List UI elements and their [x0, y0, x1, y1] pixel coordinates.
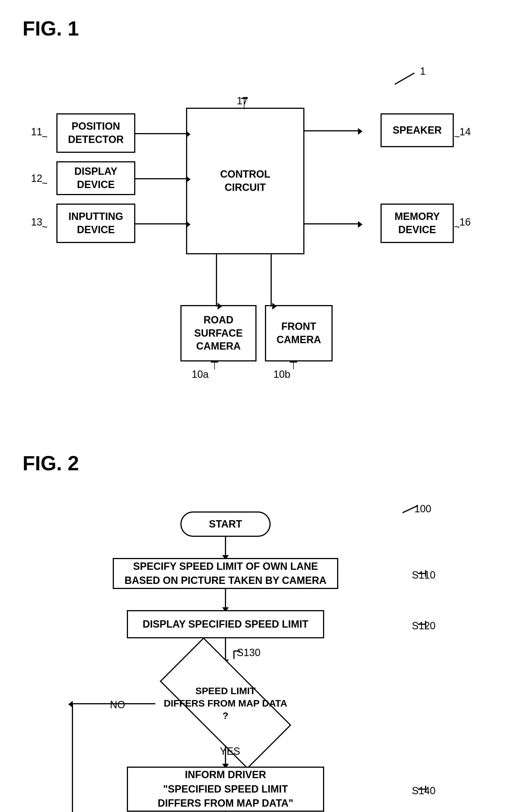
display-device-box: DISPLAYDEVICE — [56, 161, 135, 195]
s110-label: SPECIFY SPEED LIMIT OF OWN LANEBASED ON … — [125, 559, 327, 588]
line-dd-cc — [135, 178, 187, 179]
no-label: NO — [110, 699, 125, 711]
front-camera-id: 10b — [274, 369, 290, 380]
fig1-title: FIG. 1 — [22, 17, 502, 40]
speaker-box: SPEAKER — [380, 113, 454, 147]
display-device-id: 12 — [31, 173, 42, 184]
arrow-s110-s120 — [225, 589, 226, 609]
control-circuit-box: CONTROLCIRCUIT — [186, 108, 305, 254]
display-device-label: DISPLAYDEVICE — [75, 165, 117, 192]
fig1-section: FIG. 1 1 CONTROLCIRCUIT 17 POSITIONDETEC… — [22, 17, 502, 423]
line-no-down — [72, 703, 73, 812]
control-circuit-id: 17 — [237, 95, 248, 107]
fig1-diagram: 1 CONTROLCIRCUIT 17 POSITIONDETECTOR 11 … — [22, 51, 488, 423]
line-cc-md — [304, 223, 359, 224]
tilde-16: ~ — [454, 221, 460, 233]
road-camera-id: 10a — [192, 369, 209, 380]
memory-device-id: 16 — [459, 216, 471, 228]
inputting-device-label: INPUTTINGDEVICE — [68, 210, 123, 237]
s140-id: S140 — [412, 785, 436, 797]
line-cc-rsc — [216, 254, 217, 307]
memory-device-label: MEMORYDEVICE — [395, 210, 440, 237]
inputting-device-box: INPUTTINGDEVICE — [56, 204, 135, 243]
road-surface-camera-label: ROADSURFACECAMERA — [194, 313, 243, 353]
speaker-label: SPEAKER — [393, 124, 442, 137]
line-cc-fc — [271, 254, 272, 307]
position-detector-id: 11 — [31, 126, 42, 138]
arrow-fc — [272, 303, 277, 310]
front-camera-label: FRONTCAMERA — [277, 320, 321, 346]
tilde-12: ~ — [42, 177, 48, 189]
start-box: START — [180, 511, 271, 537]
s130-label: SPEED LIMITDIFFERS FROM MAP DATA? — [164, 685, 287, 722]
start-label: START — [209, 517, 242, 531]
line-no-left — [72, 703, 155, 704]
position-detector-label: POSITIONDETECTOR — [68, 120, 124, 146]
s110-box: SPECIFY SPEED LIMIT OF OWN LANEBASED ON … — [113, 558, 338, 589]
speaker-id: 14 — [459, 126, 471, 138]
arrow-pd-cc — [186, 131, 191, 137]
memory-device-box: MEMORYDEVICE — [380, 204, 454, 243]
front-camera-box: FRONTCAMERA — [265, 305, 333, 361]
s120-box: DISPLAY SPECIFIED SPEED LIMIT — [127, 610, 324, 638]
line-id-cc — [135, 223, 187, 224]
s110-id: S110 — [412, 569, 436, 581]
arrow-start-s110 — [225, 537, 226, 556]
line-cc-sp — [304, 130, 359, 131]
s120-id: S120 — [412, 620, 436, 632]
s130-diamond-wrapper: SPEED LIMITDIFFERS FROM MAP DATA? — [155, 661, 296, 745]
arrow-s120-s130 — [225, 638, 226, 661]
line-pd-cc — [135, 133, 187, 134]
arrow-cc-md — [358, 221, 362, 228]
arrow-yes — [225, 745, 226, 765]
s140-label: INFORM DRIVER"SPECIFIED SPEED LIMITDIFFE… — [158, 768, 293, 810]
tilde-14: ~ — [454, 131, 460, 143]
inputting-device-id: 13 — [31, 216, 42, 228]
position-detector-box: POSITIONDETECTOR — [56, 113, 135, 153]
arrow-rsc — [218, 303, 222, 310]
tilde-13: ~ — [42, 221, 48, 233]
fig2-diagram: 100 START SPECIFY SPEED LIMIT OF OWN LAN… — [22, 486, 488, 812]
arrow-id-cc — [186, 221, 191, 228]
arrow-dd-cc — [186, 176, 191, 183]
arrow-cc-sp — [358, 128, 362, 135]
road-surface-camera-box: ROADSURFACECAMERA — [180, 305, 257, 361]
s130-id: S130 — [237, 647, 260, 659]
s120-label: DISPLAY SPECIFIED SPEED LIMIT — [143, 617, 308, 631]
ref-number-1: 1 — [420, 65, 426, 77]
yes-label: YES — [220, 745, 240, 757]
ref-100: 100 — [414, 503, 431, 515]
control-circuit-label: CONTROLCIRCUIT — [220, 168, 270, 194]
tilde-11: ~ — [42, 131, 48, 143]
fig2-title: FIG. 2 — [22, 452, 502, 475]
fig2-section: FIG. 2 100 START SPECIFY SPEED LIMIT OF … — [22, 452, 502, 812]
s140-box: INFORM DRIVER"SPECIFIED SPEED LIMITDIFFE… — [127, 767, 324, 812]
